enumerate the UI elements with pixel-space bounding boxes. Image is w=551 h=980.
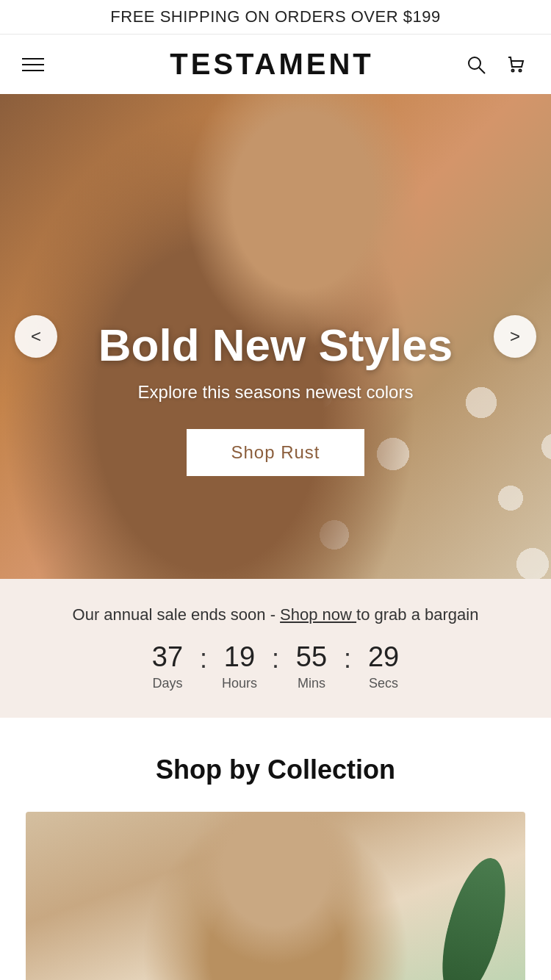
search-button[interactable] — [463, 51, 489, 78]
shop-now-link[interactable]: Shop now — [280, 605, 356, 624]
days-value: 37 — [152, 642, 183, 673]
svg-line-1 — [479, 68, 485, 73]
secs-value: 29 — [368, 642, 399, 673]
promo-text-before: Our annual sale ends soon - — [73, 605, 276, 624]
secs-label: Secs — [369, 676, 398, 691]
separator-1: : — [197, 642, 210, 674]
announcement-bar: FREE SHIPPING ON ORDERS OVER $199 — [0, 0, 551, 35]
separator-3: : — [341, 642, 354, 674]
menu-button[interactable] — [22, 58, 44, 71]
header: TESTAMENT — [0, 35, 551, 94]
hero-subtitle: Explore this seasons newest colors — [29, 382, 522, 403]
days-label: Days — [152, 676, 182, 691]
svg-point-2 — [512, 69, 514, 71]
separator-2: : — [269, 642, 282, 674]
svg-point-0 — [469, 57, 480, 69]
slider-prev-button[interactable]: < — [15, 315, 57, 358]
search-icon — [466, 54, 486, 75]
mins-label: Mins — [298, 676, 325, 691]
countdown-days: 37 Days — [138, 642, 197, 691]
announcement-text: FREE SHIPPING ON ORDERS OVER $199 — [110, 7, 440, 26]
shop-rust-button[interactable]: Shop Rust — [187, 429, 364, 476]
countdown-hours: 19 Hours — [210, 642, 269, 691]
hero-slider: < > Bold New Styles Explore this seasons… — [0, 94, 551, 579]
chevron-right-icon: > — [510, 326, 520, 347]
hours-label: Hours — [222, 676, 257, 691]
countdown-timer: 37 Days : 19 Hours : 55 Mins : 29 Secs — [22, 642, 529, 691]
header-left — [22, 58, 81, 71]
plant-decoration — [426, 851, 521, 980]
countdown-secs: 29 Secs — [354, 642, 413, 691]
collection-section: Shop by Collection — [0, 718, 551, 980]
collection-image[interactable] — [26, 812, 525, 980]
countdown-section: Our annual sale ends soon - Shop now to … — [0, 579, 551, 718]
collection-title: Shop by Collection — [0, 754, 551, 785]
slider-next-button[interactable]: > — [494, 315, 536, 358]
cart-icon — [505, 54, 526, 75]
countdown-promo-text: Our annual sale ends soon - Shop now to … — [22, 605, 529, 624]
mins-value: 55 — [296, 642, 327, 673]
logo: TESTAMENT — [81, 48, 463, 81]
chevron-left-icon: < — [31, 326, 41, 347]
hero-title: Bold New Styles — [29, 320, 522, 370]
cart-button[interactable] — [503, 51, 529, 78]
hours-value: 19 — [224, 642, 255, 673]
header-right — [463, 51, 529, 78]
svg-point-3 — [519, 69, 522, 71]
hero-content: Bold New Styles Explore this seasons new… — [0, 320, 551, 476]
promo-text-after: to grab a bargain — [356, 605, 478, 624]
countdown-mins: 55 Mins — [282, 642, 341, 691]
